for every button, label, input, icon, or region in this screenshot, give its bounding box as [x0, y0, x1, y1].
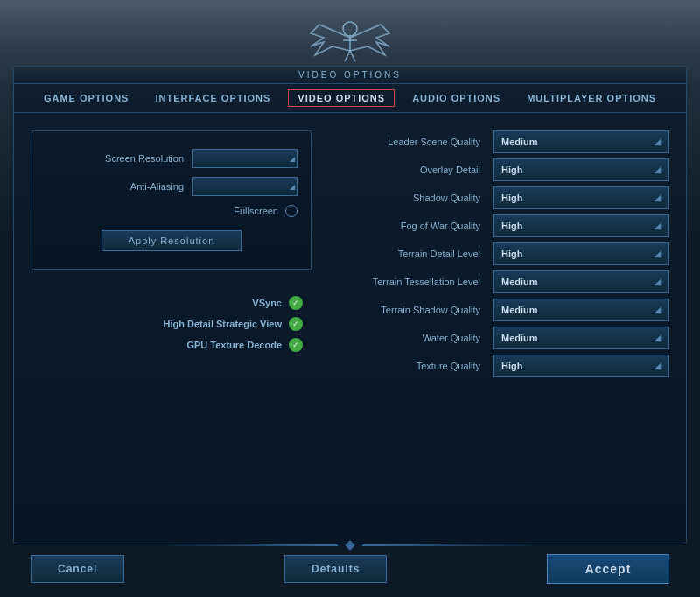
ornament-line-right [362, 544, 537, 546]
quality-dropdown-fog-of-war-quality[interactable]: High [494, 214, 668, 237]
quality-dropdown-overlay-detail[interactable]: High [494, 158, 668, 181]
quality-dropdown-leader-scene-quality[interactable]: Medium [494, 130, 668, 153]
defaults-button[interactable]: Defaults [284, 555, 387, 583]
vsync-row: VSync ✓ [32, 296, 312, 310]
quality-dropdown-terrain-detail-level[interactable]: High [494, 242, 668, 265]
quality-label: Terrain Shadow Quality [329, 305, 480, 315]
tab-game-options[interactable]: GAME OPTIONS [35, 90, 138, 106]
quality-row: Terrain Detail LevelHigh [329, 242, 668, 265]
antialiasing-input[interactable] [192, 177, 298, 196]
quality-label: Shadow Quality [329, 193, 480, 203]
tab-multiplayer-options[interactable]: MULTIPLAYER OPTIONS [518, 90, 665, 106]
high-detail-row: High Detail Strategic View ✓ [32, 317, 312, 331]
tab-interface-options[interactable]: INTERFACE OPTIONS [146, 90, 279, 106]
ornament-diamond [345, 540, 354, 550]
quality-label: Texture Quality [329, 361, 480, 371]
fullscreen-checkbox[interactable] [285, 205, 298, 217]
quality-dropdown-water-quality[interactable]: Medium [494, 327, 668, 349]
main-container: VIDEO OPTIONS GAME OPTIONS INTERFACE OPT… [13, 66, 687, 544]
bottom-ornament [163, 542, 537, 549]
fullscreen-row: Fullscreen [46, 205, 298, 217]
high-detail-toggle[interactable]: ✓ [289, 317, 303, 331]
antialiasing-input-wrapper [192, 177, 298, 196]
window-title: VIDEO OPTIONS [298, 70, 402, 80]
content-area: Screen Resolution Anti-Aliasing Fullscre… [14, 113, 686, 511]
quality-label: Terrain Detail Level [329, 249, 480, 259]
svg-line-3 [345, 51, 350, 61]
high-detail-label: High Detail Strategic View [163, 319, 282, 329]
quality-label: Water Quality [329, 333, 480, 343]
gpu-texture-label: GPU Texture Decode [186, 340, 282, 350]
quality-dropdown-terrain-tessellation-level[interactable]: Medium [494, 270, 668, 293]
quality-dropdown-shadow-quality[interactable]: High [494, 186, 668, 209]
bottom-bar: Cancel Defaults Accept [13, 554, 687, 584]
apply-resolution-button[interactable]: Apply Resolution [102, 230, 242, 251]
left-panel: Screen Resolution Anti-Aliasing Fullscre… [32, 130, 312, 494]
antialiasing-row: Anti-Aliasing [46, 177, 298, 196]
vsync-toggle[interactable]: ✓ [289, 296, 303, 310]
quality-row: Terrain Shadow QualityMedium [329, 298, 668, 321]
resolution-input[interactable] [192, 149, 298, 168]
resolution-row: Screen Resolution [46, 149, 298, 168]
quality-label: Fog of War Quality [329, 221, 480, 231]
ornament-line-left [163, 544, 338, 546]
quality-label: Terrain Tessellation Level [329, 277, 480, 287]
top-emblem [298, 4, 402, 70]
quality-dropdown-texture-quality[interactable]: High [494, 355, 668, 377]
quality-grid: Leader Scene QualityMediumOverlay Detail… [329, 130, 668, 377]
toggle-section: VSync ✓ High Detail Strategic View ✓ GPU… [32, 287, 312, 368]
fullscreen-label: Fullscreen [234, 206, 278, 216]
quality-row: Leader Scene QualityMedium [329, 130, 668, 153]
quality-row: Texture QualityHigh [329, 355, 668, 377]
quality-label: Leader Scene Quality [329, 137, 480, 147]
antialiasing-label: Anti-Aliasing [96, 181, 184, 192]
tab-video-options[interactable]: VIDEO OPTIONS [288, 89, 395, 107]
cancel-button[interactable]: Cancel [31, 555, 124, 583]
quality-row: Fog of War QualityHigh [329, 214, 668, 237]
gpu-texture-row: GPU Texture Decode ✓ [32, 338, 312, 352]
resolution-label: Screen Resolution [96, 153, 184, 164]
gpu-texture-toggle[interactable]: ✓ [289, 338, 303, 352]
quality-label: Overlay Detail [329, 165, 480, 175]
quality-row: Overlay DetailHigh [329, 158, 668, 181]
quality-row: Terrain Tessellation LevelMedium [329, 270, 668, 293]
quality-row: Water QualityMedium [329, 327, 668, 349]
vsync-label: VSync [252, 298, 282, 308]
quality-dropdown-terrain-shadow-quality[interactable]: Medium [494, 298, 668, 321]
resolution-box: Screen Resolution Anti-Aliasing Fullscre… [32, 130, 312, 270]
tab-audio-options[interactable]: AUDIO OPTIONS [403, 90, 509, 106]
svg-line-4 [350, 51, 355, 61]
svg-point-0 [343, 22, 357, 36]
accept-button[interactable]: Accept [547, 554, 669, 584]
right-panel: Leader Scene QualityMediumOverlay Detail… [329, 130, 668, 494]
nav-tabs: GAME OPTIONS INTERFACE OPTIONS VIDEO OPT… [14, 84, 686, 113]
resolution-input-wrapper [192, 149, 298, 168]
title-bar: VIDEO OPTIONS [14, 67, 686, 84]
quality-row: Shadow QualityHigh [329, 186, 668, 209]
